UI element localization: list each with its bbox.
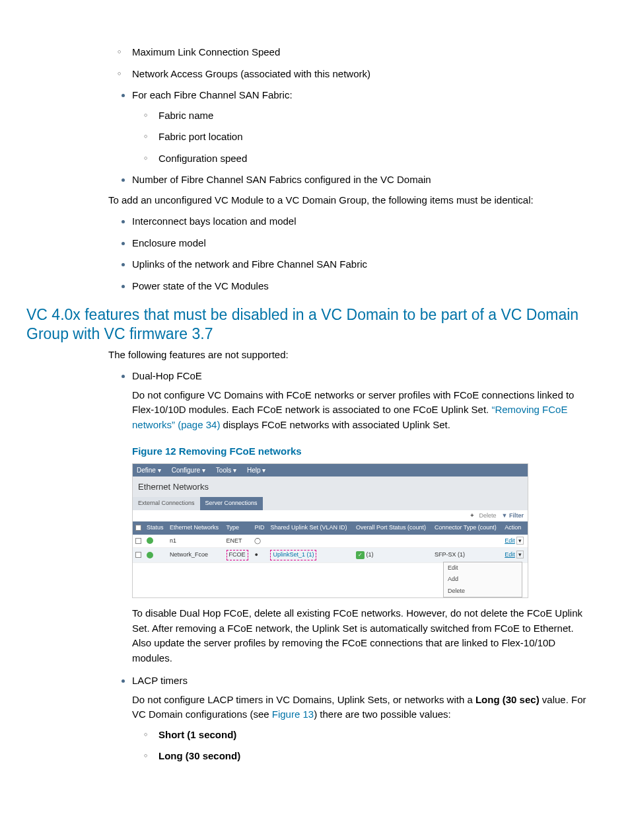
checkbox-header[interactable] [135,525,141,531]
feature-list: Dual-Hop FCoE Do not configure VC Domain… [119,369,590,432]
paragraph: To disable Dual Hop FCoE, delete all exi… [132,606,590,666]
add-icon[interactable]: + [470,512,473,521]
menu-item[interactable]: Configure ▾ [172,465,205,475]
list-item: Number of Fibre Channel SAN Fabrics conf… [132,172,590,188]
table-row: n1 ENET ◯ Edit ▾ [133,535,528,548]
cross-reference-link[interactable]: Figure 13 [272,708,314,720]
menu-item[interactable]: Help ▾ [247,465,265,475]
list-item: Interconnect bays location and model [132,214,590,229]
list-item: Short (1 second) [158,728,590,743]
tab-server-connections[interactable]: Server Connections [200,497,263,510]
list-item: Maximum Link Connection Speed [132,45,590,60]
top-bullets: Maximum Link Connection Speed Network Ac… [119,45,590,188]
identical-list: Interconnect bays location and model Enc… [119,214,590,293]
figure-menubar: Define ▾ Configure ▾ Tools ▾ Help ▾ [133,464,528,477]
figure-table: Status Ethernet Networks Type PID Shared… [133,521,528,563]
list-item: Power state of the VC Modules [132,279,590,294]
figure-screenshot: Define ▾ Configure ▾ Tools ▾ Help ▾ Ethe… [132,463,528,599]
list-item: Network Access Groups (associated with t… [132,67,590,82]
menu-item[interactable]: Tools ▾ [216,465,236,475]
list-item: LACP timers Do not configure LACP timers… [132,673,590,764]
paragraph: The following features are not supported… [108,348,590,363]
row-checkbox[interactable] [135,538,141,544]
list-item: Long (30 second) [158,749,590,764]
menu-item[interactable]: Edit [444,562,522,574]
figure-title: Ethernet Networks [133,477,528,498]
list-item: Fabric port location [158,130,590,145]
status-ok-icon [147,552,153,558]
delete-button[interactable]: Delete [479,512,497,521]
list-item: Uplinks of the network and Fibre Channel… [132,257,590,272]
list-item: Dual-Hop FCoE Do not configure VC Domain… [132,369,590,432]
row-checkbox[interactable] [135,552,141,558]
list-item: Enclosure model [132,236,590,251]
edit-link[interactable]: Edit [505,537,515,544]
tab-external-connections[interactable]: External Connections [133,497,200,510]
filter-button[interactable]: ▼ Filter [502,512,524,521]
edit-link[interactable]: Edit [505,551,515,558]
menu-item[interactable]: Add [444,574,522,586]
feature-list-cont: LACP timers Do not configure LACP timers… [119,673,590,764]
paragraph: To add an unconfigured VC Module to a VC… [108,193,590,208]
list-item: For each Fibre Channel SAN Fabric: Fabri… [132,88,590,166]
menu-item[interactable]: Define ▾ [137,465,161,475]
list-item: Fabric name [158,108,590,124]
context-menu: Edit Add Delete [443,562,522,598]
table-row: Network_Fcoe FCOE ● UplinkSet_1 (1) ✓ (1… [133,548,528,563]
status-ok-icon [147,537,153,544]
section-heading: VC 4.0x features that must be disabled i… [26,305,590,344]
menu-item[interactable]: Delete [444,586,522,597]
list-item: Configuration speed [158,151,590,167]
figure-caption: Figure 12 Removing FCoE networks [132,444,590,459]
